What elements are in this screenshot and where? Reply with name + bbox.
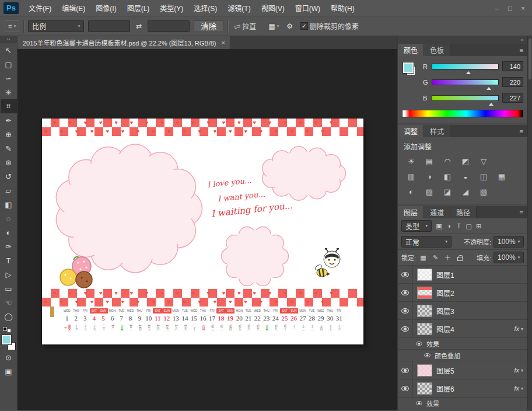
crop-settings-gear-button[interactable]: ⚙ bbox=[285, 22, 295, 30]
panel-menu-icon[interactable]: ≡ bbox=[516, 206, 527, 218]
photo-filter-icon[interactable]: ◒ bbox=[459, 170, 472, 182]
layer-effect-row[interactable]: 效果 bbox=[398, 338, 527, 350]
crop-ratio-dropdown[interactable]: 比例 ▾ bbox=[28, 20, 84, 32]
slider-handle[interactable] bbox=[466, 69, 471, 74]
layer-thumbnail[interactable] bbox=[417, 323, 432, 335]
crop-tool[interactable]: ⌗ bbox=[1, 99, 17, 113]
layer-thumbnail[interactable] bbox=[417, 382, 432, 395]
hand-tool[interactable]: ☜ bbox=[1, 295, 17, 309]
layer-row[interactable]: 图层6fx▾ bbox=[398, 379, 527, 398]
color-spectrum-ramp[interactable] bbox=[402, 110, 523, 117]
default-colors-icon[interactable] bbox=[3, 327, 11, 333]
move-tool[interactable]: ↖ bbox=[1, 43, 17, 57]
channel-value[interactable]: 140 bbox=[502, 61, 523, 71]
menubar-item-3[interactable]: 图层(L) bbox=[122, 0, 155, 16]
layer-visibility-toggle[interactable] bbox=[398, 361, 413, 379]
menubar-item-4[interactable]: 类型(Y) bbox=[155, 0, 188, 16]
threshold-icon[interactable]: ◪ bbox=[441, 186, 454, 197]
layer-visibility-toggle[interactable] bbox=[398, 284, 413, 301]
layer-thumbnail[interactable] bbox=[417, 269, 432, 281]
minimize-button[interactable]: – bbox=[495, 5, 499, 12]
fx-toggle-icon[interactable]: ▾ bbox=[521, 386, 523, 391]
filter-pixel-layers-icon[interactable]: ▣ bbox=[434, 221, 444, 231]
vibrance-icon[interactable]: ▽ bbox=[477, 155, 490, 167]
menubar-item-9[interactable]: 帮助(H) bbox=[326, 0, 360, 16]
layer-thumbnail[interactable] bbox=[417, 287, 432, 299]
filter-smart-objects-icon[interactable]: ⊞ bbox=[474, 221, 484, 231]
brush-tool[interactable]: ✎ bbox=[1, 141, 17, 155]
layer-fx-badge[interactable]: fx▾ bbox=[514, 385, 527, 392]
layer-fx-badge[interactable]: fx▾ bbox=[514, 325, 527, 332]
close-tab-icon[interactable]: × bbox=[221, 39, 225, 46]
filter-shape-layers-icon[interactable]: ▢ bbox=[464, 221, 474, 231]
filter-type-layers-icon[interactable]: T bbox=[454, 221, 464, 231]
eyedropper-tool[interactable]: ✒ bbox=[1, 113, 17, 127]
document-canvas[interactable]: ♥♥♥♥♥♥♥♥♥♥♥♥♥♥♥♥♥♥♥ ♥♥♥♥♥♥♥♥♥♥♥♥♥♥♥♥♥♥♥ … bbox=[42, 119, 363, 344]
menubar-item-8[interactable]: 窗口(W) bbox=[290, 0, 326, 16]
delete-cropped-pixels-checkbox[interactable]: ✓ bbox=[300, 22, 308, 30]
blend-mode-dropdown[interactable]: 正常 ▾ bbox=[401, 236, 452, 248]
rectangle-tool[interactable]: ▭ bbox=[1, 281, 17, 295]
gradient-tool[interactable]: ◧ bbox=[1, 197, 17, 211]
spot-healing-brush-tool[interactable]: ⊕ bbox=[1, 127, 17, 141]
swap-dimensions-button[interactable]: ⇄ bbox=[134, 22, 144, 30]
lock-transparent-pixels-icon[interactable]: ▦ bbox=[418, 253, 428, 262]
channel-value[interactable]: 220 bbox=[502, 77, 523, 87]
clear-button[interactable]: 清除 bbox=[194, 20, 223, 32]
layer-row[interactable]: 图层5fx▾ bbox=[398, 361, 527, 379]
foreground-color-swatch[interactable] bbox=[403, 62, 414, 73]
toolbar-collapse-button[interactable]: ›› bbox=[0, 36, 17, 43]
posterize-icon[interactable]: ▨ bbox=[423, 186, 436, 197]
zoom-tool[interactable]: ◯ bbox=[1, 309, 17, 323]
channel-slider-g[interactable] bbox=[432, 79, 499, 85]
quick-mask-button[interactable]: ⊙ bbox=[1, 350, 17, 364]
adjustments-tab-1[interactable]: 样式 bbox=[424, 125, 450, 137]
layer-effect-row[interactable]: 颜色叠加 bbox=[398, 409, 527, 410]
foreground-color-swatch[interactable] bbox=[2, 335, 11, 344]
lock-position-icon[interactable]: ＋ bbox=[443, 253, 453, 262]
layer-visibility-toggle[interactable] bbox=[398, 302, 413, 319]
layers-tab-1[interactable]: 通道 bbox=[424, 206, 450, 218]
lock-all-icon[interactable] bbox=[455, 253, 465, 262]
canvas-area[interactable]: ♥♥♥♥♥♥♥♥♥♥♥♥♥♥♥♥♥♥♥ ♥♥♥♥♥♥♥♥♥♥♥♥♥♥♥♥♥♥♥ … bbox=[18, 49, 397, 410]
quick-selection-tool[interactable]: ✳ bbox=[1, 85, 17, 99]
invert-icon[interactable]: ◐ bbox=[405, 186, 418, 197]
fill-dropdown[interactable]: 100% ▾ bbox=[494, 252, 524, 263]
levels-icon[interactable]: ▤ bbox=[423, 155, 436, 167]
channel-value[interactable]: 227 bbox=[502, 93, 523, 103]
scrollbar-thumb[interactable] bbox=[528, 39, 531, 79]
dodge-tool[interactable]: ◐ bbox=[1, 225, 17, 239]
color-swatches[interactable] bbox=[2, 335, 16, 350]
lasso-tool[interactable]: ∽ bbox=[1, 71, 17, 85]
channel-slider-b[interactable] bbox=[432, 95, 499, 101]
path-selection-tool[interactable]: ▷ bbox=[1, 267, 17, 281]
layer-row[interactable]: 图层4fx▾ bbox=[398, 320, 527, 338]
layer-effect-row[interactable]: 颜色叠加 bbox=[398, 350, 527, 361]
menubar-item-6[interactable]: 滤镜(T) bbox=[222, 0, 256, 16]
filter-adjustment-layers-icon[interactable]: ◑ bbox=[444, 221, 454, 231]
pen-tool[interactable]: ✑ bbox=[1, 239, 17, 253]
panel-menu-icon[interactable]: ≡ bbox=[516, 44, 527, 56]
layer-fx-badge[interactable]: fx▾ bbox=[514, 367, 527, 374]
channel-mixer-icon[interactable]: ◫ bbox=[477, 170, 490, 182]
color-balance-icon[interactable]: ◑ bbox=[423, 170, 436, 182]
curves-icon[interactable]: ◠ bbox=[441, 155, 454, 167]
rectangular-marquee-tool[interactable]: ▢ bbox=[1, 57, 17, 71]
hue-saturation-icon[interactable]: ▥ bbox=[405, 170, 418, 182]
layer-row[interactable]: 图层2 bbox=[398, 284, 527, 302]
screen-mode-button[interactable]: ▣ bbox=[1, 364, 17, 378]
color-swatch-widget[interactable] bbox=[402, 61, 419, 87]
black-white-icon[interactable]: ◧ bbox=[441, 170, 454, 182]
delete-cropped-pixels-option[interactable]: ✓ 删除裁剪的像素 bbox=[299, 21, 360, 31]
straighten-button[interactable]: ▭ 拉直 bbox=[232, 21, 258, 31]
eraser-tool[interactable]: ▱ bbox=[1, 183, 17, 197]
layers-tab-2[interactable]: 路径 bbox=[450, 206, 477, 218]
color-lookup-icon[interactable]: ▦ bbox=[495, 170, 508, 182]
opacity-dropdown[interactable]: 100% ▾ bbox=[494, 236, 524, 248]
layer-effect-row[interactable]: 效果 bbox=[398, 398, 527, 409]
dock-scrollbar[interactable] bbox=[527, 36, 532, 410]
exposure-icon[interactable]: ◩ bbox=[459, 155, 472, 167]
layer-filter-type-dropdown[interactable]: 类型 ▾ bbox=[401, 220, 432, 232]
crop-width-input[interactable] bbox=[88, 20, 130, 32]
panel-menu-icon[interactable]: ≡ bbox=[516, 125, 527, 137]
